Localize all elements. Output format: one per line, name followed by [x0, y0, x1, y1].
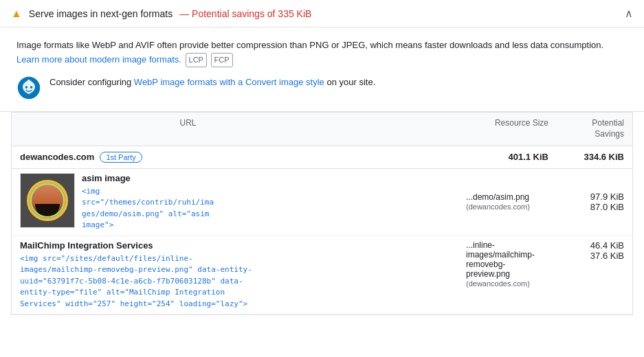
group-row: dewancodes.com 1st Party 401.1 KiB 334.6… — [12, 146, 632, 169]
item2-url-text: ...inline-images/mailchimp-removebg- pre… — [466, 240, 535, 279]
item1-url-text: ...demo/asim.png — [466, 192, 529, 202]
item2-savings: 37.6 KiB — [548, 251, 624, 261]
first-party-badge: 1st Party — [100, 152, 142, 163]
item2-name: MailChimp Integration Services — [20, 240, 356, 251]
description-text: Image formats like WebP and AVIF often p… — [16, 38, 628, 67]
item2-code: <img src="/sites/default/files/inline- i… — [20, 253, 356, 310]
item1-thumbnail — [20, 173, 75, 228]
collapse-icon[interactable]: ∧ — [625, 7, 633, 20]
drupal-section: Consider configuring WebP image formats … — [16, 76, 628, 100]
item1-savings: 87.0 KiB — [548, 202, 624, 212]
fcp-badge: FCP — [211, 53, 233, 68]
table-row: MailChimp Integration Services <img src=… — [12, 236, 632, 315]
group-domain: dewancodes.com — [20, 152, 94, 162]
item1-left: asim image <img src="/themes/contrib/ruh… — [20, 173, 356, 231]
header-left: ▲ Serve images in next-gen formats — Pot… — [11, 8, 311, 20]
item1-name: asim image — [82, 173, 356, 183]
lcp-badge: LCP — [186, 53, 207, 68]
resource-table: URL Resource Size Potential Savings dewa… — [11, 112, 633, 315]
learn-more-link[interactable]: Learn more about modern image formats. — [16, 54, 181, 65]
warning-icon: ▲ — [11, 8, 22, 20]
item2-domain: (dewancodes.com) — [466, 279, 530, 288]
audit-header: ▲ Serve images in next-gen formats — Pot… — [0, 0, 644, 27]
drupal-suffix: on your site. — [326, 77, 375, 87]
item1-url: ...demo/asim.png (dewancodes.com) — [466, 192, 548, 211]
svg-point-2 — [30, 87, 33, 89]
savings-text: — Potential savings of 335 KiB — [179, 8, 311, 19]
description-body: Image formats like WebP and AVIF often p… — [16, 40, 603, 50]
col-resource-size-label: Resource Size — [466, 118, 548, 139]
item2-left: MailChimp Integration Services <img src=… — [20, 240, 356, 310]
item2-url: ...inline-images/mailchimp-removebg- pre… — [466, 240, 548, 288]
face-circle — [27, 180, 68, 221]
item2-size: 46.4 KiB 37.6 KiB — [548, 240, 624, 261]
group-total-size: 401.1 KiB — [466, 152, 548, 162]
col-url: URL — [20, 118, 356, 139]
item1-info: asim image <img src="/themes/contrib/ruh… — [82, 173, 356, 231]
audit-title: Serve images in next-gen formats — [29, 8, 173, 19]
webp-link[interactable]: WebP image formats with a Convert image … — [134, 77, 324, 87]
description-section: Image formats like WebP and AVIF often p… — [0, 27, 644, 112]
group-label: dewancodes.com 1st Party — [20, 152, 356, 163]
item1-size: 97.9 KiB 87.0 KiB — [548, 192, 624, 212]
table-row: asim image <img src="/themes/contrib/ruh… — [12, 169, 632, 236]
item1-code: <img src="/themes/contrib/ruhi/ima ges/d… — [82, 186, 356, 231]
col-resource-size — [356, 118, 466, 139]
drupal-logo-icon — [16, 76, 41, 100]
highlight-border — [30, 183, 65, 218]
item2-resource-size: 46.4 KiB — [548, 240, 624, 251]
group-total-savings: 334.6 KiB — [548, 152, 624, 162]
item1-domain: (dewancodes.com) — [466, 203, 530, 211]
svg-point-1 — [25, 87, 28, 89]
table-header: URL Resource Size Potential Savings — [12, 113, 632, 146]
drupal-prefix: Consider configuring — [49, 77, 131, 87]
thumbnail-face — [21, 174, 74, 227]
item1-resource-size: 97.9 KiB — [548, 192, 624, 202]
drupal-text: Consider configuring WebP image formats … — [49, 76, 375, 89]
col-savings-label: Potential Savings — [548, 118, 624, 139]
